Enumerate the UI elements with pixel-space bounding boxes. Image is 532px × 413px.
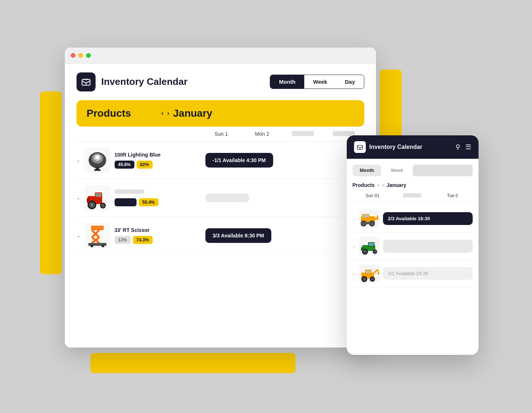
products-label: Products [87,108,153,119]
svg-rect-15 [87,198,90,203]
svg-point-23 [90,244,93,247]
product-details-lighting: 100ft Lighting Blue 45.6% 82% [115,152,161,169]
mobile-app-title: Inventory Calendar [369,144,423,150]
row-expand-chevron-tractor[interactable]: ⌄ [77,195,80,200]
product-row-tractor: ⌄ [77,179,364,217]
svg-line-47 [374,270,377,273]
mobile-product-row-backhoe: ⌄ 2/2 Ava [353,260,473,288]
mobile-month-button[interactable]: Month [353,165,382,176]
mobile-product-img-backhoe [359,264,379,283]
badge-percent2-scissor: 74.3% [133,236,153,244]
svg-point-14 [101,204,105,207]
mobile-avail-green-tractor [383,240,473,253]
svg-rect-17 [92,226,103,229]
app-title: Inventory Calendar [101,76,188,87]
product-info-lighting: ⌄ 100ft Lighting Blue [77,142,201,179]
product-col-header [77,131,201,137]
mobile-products-label: Products [353,182,375,188]
row-expand-chevron-scissor[interactable]: ⌄ [77,233,80,238]
maximize-button[interactable] [86,53,91,58]
svg-point-12 [91,204,93,206]
badge-percent1-scissor: 12% [115,236,131,244]
day-header-mon2: Mon 2 [242,131,283,137]
current-month-label: January [173,108,212,119]
mobile-product-row-loader: ⌄ 2/3 Available 16:30 [353,205,473,233]
product-image-lighting [85,147,110,173]
product-name-placeholder-tractor [115,189,144,194]
mobile-header-icons: ⚲ ☰ [455,143,471,151]
mobile-next-month[interactable]: › [382,182,384,188]
lighting-img-svg [85,147,110,173]
mobile-avail-backhoe: 2/2 Available 18:26 [383,267,473,280]
row-expand-chevron-lighting[interactable]: ⌄ [77,158,80,163]
product-name-scissor: 33' RT Scissor [115,227,153,233]
product-row-scissor: ⌄ [77,217,364,255]
product-row-lighting: ⌄ 100ft Lighting Blue [77,142,364,179]
green-tractor-svg [359,237,379,255]
search-icon[interactable]: ⚲ [455,143,460,151]
mobile-week-button[interactable]: Week [383,165,410,176]
menu-icon[interactable]: ☰ [465,143,471,151]
view-toggle: Month Week Day [270,75,364,89]
mobile-product-img-loader [359,210,379,228]
svg-point-4 [96,155,99,159]
mobile-day-headers: Sun 01 Tue 0 [353,193,473,202]
mobile-cal-nav: Products ‹ › January [353,182,473,188]
svg-point-50 [362,277,366,281]
mobile-view-toggle: Month Week [353,165,473,176]
mobile-logo-box [354,141,366,153]
badge-placeholder-tractor [115,198,137,206]
week-view-button[interactable]: Week [304,75,336,89]
mobile-product-row-green-tractor: ⌄ [353,233,473,260]
product-badges-lighting: 45.6% 82% [115,161,161,169]
svg-rect-38 [369,243,374,246]
product-details-scissor: 33' RT Scissor 12% 74.3% [115,227,153,244]
tractor-img-svg [85,185,110,211]
availability-bar-tractor [205,194,249,202]
calendar-header: Products ‹ › January [77,100,364,127]
month-view-button[interactable]: Month [270,75,304,89]
app-logo [77,72,96,91]
svg-rect-6 [94,169,101,171]
product-details-tractor: 50.4% [115,189,159,206]
svg-rect-5 [96,166,99,169]
mobile-day-hdr-tue: Tue 0 [432,193,472,198]
mobile-chevron-backhoe[interactable]: ⌄ [353,271,356,275]
mobile-prev-month[interactable]: ‹ [377,182,379,188]
mobile-view-placeholder [413,165,472,176]
svg-point-42 [373,250,376,253]
next-month-button[interactable]: › [167,109,170,117]
app-title-group: Inventory Calendar [77,72,188,91]
svg-rect-9 [96,193,101,197]
mobile-logo-group: Inventory Calendar [354,141,423,153]
scissorlift-img-svg [85,223,110,248]
day-view-button[interactable]: Day [336,75,364,89]
day-headers-row: Sun 1 Mon 2 [77,127,364,142]
product-info-tractor: ⌄ [77,179,201,217]
window-titlebar [65,48,376,64]
yellow-accent-bottom [90,353,295,373]
loader-svg [359,210,379,228]
day-header-3 [283,131,324,137]
svg-point-24 [101,244,104,247]
mobile-content: Month Week Products ‹ › January Sun 01 T… [347,159,479,293]
svg-rect-35 [361,222,375,224]
mobile-chevron-loader[interactable]: ⌄ [353,217,356,221]
minimize-button[interactable] [78,53,83,58]
product-info-scissor: ⌄ [77,217,201,254]
day-header-sun1: Sun 1 [201,131,242,137]
product-badges-scissor: 12% 74.3% [115,236,153,244]
product-badges-tractor: 50.4% [115,198,159,206]
yellow-accent-left [40,91,62,274]
availability-bar-scissor: 3/3 Available 8:30 PM [205,228,272,243]
svg-point-52 [371,278,374,281]
product-calendar-tractor [201,179,364,217]
close-button[interactable] [71,53,75,58]
product-name-lighting: 100ft Lighting Blue [115,152,161,158]
product-image-tractor [85,185,110,211]
mobile-day-hdr-sun: Sun 01 [353,193,393,198]
mobile-chevron-green-tractor[interactable]: ⌄ [353,244,356,248]
availability-bar-lighting: -1/1 Available 4:30 PM [205,153,273,168]
prev-month-button[interactable]: ‹ [161,109,164,117]
mobile-product-img-green-tractor [359,237,379,255]
